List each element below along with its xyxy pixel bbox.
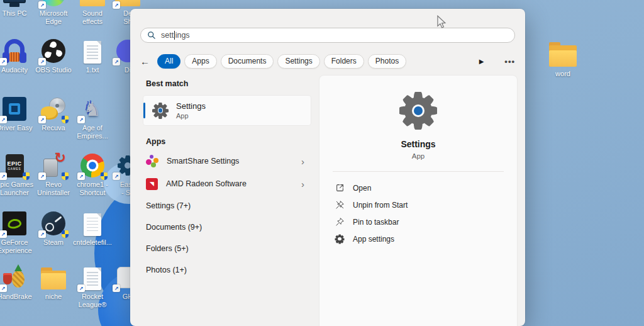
chevron-right-icon: ›: [301, 157, 304, 166]
desktop-icon-label: Driver Easy: [0, 124, 32, 132]
result-smartshare-settings[interactable]: SmartShare Settings ›: [143, 150, 311, 172]
desktop-icon-epic-games[interactable]: ↗ EPIC GAMES Epic Games Launcher: [0, 152, 34, 197]
best-match-title: Settings: [176, 101, 206, 111]
action-pin-to-taskbar[interactable]: Pin to taskbar: [335, 213, 502, 230]
desktop-icon-label: Sound effects: [82, 9, 103, 26]
desktop-icon-niche[interactable]: niche: [34, 264, 73, 301]
folder-icon: [549, 45, 577, 67]
desktop-icon-1txt[interactable]: 1.txt: [73, 38, 112, 74]
desktop-icon-label: Age of Empires...: [77, 124, 108, 140]
epic-games-icon: EPIC GAMES: [6, 154, 24, 177]
divider: [333, 171, 504, 172]
expand-filters-icon[interactable]: ▶: [479, 58, 484, 65]
shortcut-arrow-icon: ↗: [77, 284, 85, 292]
shortcut-arrow-icon: ↗: [113, 284, 120, 292]
desktop-icon-sound-effects[interactable]: Sound effects: [73, 0, 112, 26]
chevron-right-icon: ›: [301, 179, 304, 189]
desktop-icon-label: GeForce Experience: [0, 239, 32, 255]
desktop-icon-label: 1.txt: [86, 66, 99, 74]
shortcut-arrow-icon: ↗: [77, 116, 85, 123]
tab-photos[interactable]: Photos: [368, 54, 406, 69]
tab-apps[interactable]: Apps: [184, 54, 216, 69]
shortcut-arrow-icon: ↗: [0, 58, 7, 65]
back-arrow-icon[interactable]: ←: [140, 57, 150, 66]
tab-documents[interactable]: Documents: [221, 54, 274, 69]
category-settings[interactable]: Settings (7+): [143, 195, 311, 216]
app-settings-gear-icon: [335, 234, 345, 244]
search-filter-tabs: ← All Apps Documents Settings Folders Ph…: [140, 53, 515, 69]
desktop-icon-revo[interactable]: ↗ ↻ Revo Uninstaller: [34, 152, 73, 197]
desktop: This PC ↗ Audacity ↗ Driver Easy ↗ EPIC …: [0, 0, 644, 326]
desktop-icon-label: cntdeletefil...: [73, 239, 112, 247]
folder-icon: [41, 271, 66, 289]
desktop-icon-label: Recuva: [42, 124, 65, 132]
shortcut-arrow-icon: ↗: [113, 1, 120, 9]
uac-shield-icon: [23, 172, 30, 180]
desktop-icon-geforce[interactable]: ↗ GeForce Experience: [0, 210, 34, 255]
tab-folders[interactable]: Folders: [324, 54, 364, 69]
shortcut-arrow-icon: ↗: [113, 58, 120, 65]
desktop-icon-label: Revo Uninstaller: [37, 181, 70, 197]
result-preview-panel: Settings App Open: [319, 76, 517, 326]
category-documents[interactable]: Documents (9+): [143, 216, 311, 238]
desktop-icon-driver-easy[interactable]: ↗ Driver Easy: [0, 96, 34, 132]
shortcut-arrow-icon: ↗: [0, 284, 7, 292]
action-open[interactable]: Open: [335, 179, 502, 196]
desktop-icon-label: Epic Games Launcher: [0, 181, 33, 197]
search-icon: [147, 31, 156, 40]
shortcut-arrow-icon: ↗: [0, 172, 7, 180]
uac-shield-icon: [101, 172, 108, 180]
search-input[interactable]: settings: [140, 28, 515, 43]
result-amd-radeon[interactable]: ◥ AMD Radeon Software ›: [143, 172, 311, 195]
shortcut-arrow-icon: ↗: [38, 116, 46, 123]
category-folders[interactable]: Folders (5+): [143, 238, 311, 259]
start-search-window: settings ← All Apps Documents Settings F…: [130, 9, 525, 326]
shortcut-arrow-icon: ↗: [38, 58, 46, 65]
open-icon: [335, 183, 345, 193]
desktop-icon-this-pc[interactable]: This PC: [0, 0, 34, 18]
more-options-icon[interactable]: •••: [504, 57, 515, 66]
search-value: settings: [161, 31, 190, 40]
desktop-icon-steam[interactable]: ↗ Steam: [34, 210, 73, 247]
pin-icon: [335, 217, 345, 227]
desktop-icon-label: This PC: [2, 9, 26, 18]
shortcut-arrow-icon: ↗: [0, 116, 7, 123]
settings-gear-icon-large: [399, 92, 437, 130]
desktop-icon-label: Rocket League®: [79, 293, 107, 309]
settings-gear-icon: [152, 103, 169, 119]
best-match-result[interactable]: Settings App: [143, 96, 311, 125]
best-match-subtitle: App: [176, 112, 206, 120]
category-photos[interactable]: Photos (1+): [143, 259, 311, 281]
desktop-icon-recuva[interactable]: ↗ Recuva: [34, 96, 73, 132]
uac-shield-icon: [62, 116, 69, 123]
text-document-icon: [84, 41, 101, 64]
action-unpin-from-start[interactable]: Unpin from Start: [335, 196, 502, 213]
selection-accent-bar: [143, 103, 145, 118]
desktop-icon-audacity[interactable]: ↗ Audacity: [0, 38, 34, 74]
desktop-icon-handbrake[interactable]: ↗ HandBrake: [0, 264, 34, 301]
text-document-icon: [84, 213, 101, 236]
desktop-icon-rocket-league[interactable]: ↗ Rocket League®: [73, 264, 112, 309]
best-match-header: Best match: [146, 79, 311, 88]
action-app-settings[interactable]: App settings: [335, 230, 502, 247]
desktop-icon-label: word: [555, 70, 570, 78]
uac-shield-icon: [62, 172, 69, 180]
tab-settings[interactable]: Settings: [277, 54, 319, 69]
age-of-empires-icon: ♞: [84, 99, 101, 119]
desktop-icon-edge[interactable]: ↗ Microsoft Edge: [34, 0, 73, 26]
unpin-icon: [335, 200, 345, 210]
desktop-icon-obs[interactable]: ↗ OBS Studio: [34, 38, 73, 74]
desktop-icon-cntdeletefil[interactable]: cntdeletefil...: [73, 210, 112, 247]
mouse-cursor: [436, 15, 447, 29]
preview-subtitle: App: [412, 152, 425, 160]
shortcut-arrow-icon: ↗: [38, 230, 46, 238]
desktop-icon-label: Microsoft Edge: [40, 9, 68, 26]
desktop-icon-label: Audacity: [1, 66, 28, 74]
desktop-icon-word[interactable]: word: [543, 39, 582, 78]
desktop-icon-chrome1[interactable]: ↗ chrome1 - Shortcut: [73, 152, 112, 197]
shortcut-arrow-icon: ↗: [113, 172, 120, 180]
tab-all[interactable]: All: [157, 54, 180, 69]
desktop-icon-age-of-empires[interactable]: ↗ ♞ Age of Empires...: [73, 96, 112, 140]
preview-title: Settings: [401, 139, 435, 149]
uac-shield-icon: [62, 230, 69, 238]
